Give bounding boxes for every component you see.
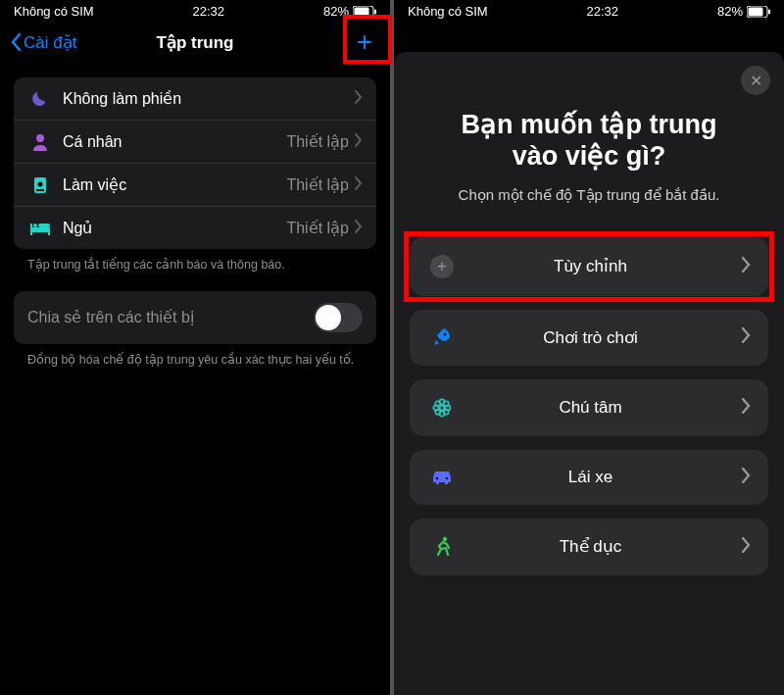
share-label: Chia sẻ trên các thiết bị — [27, 308, 314, 326]
chevron-right-icon — [355, 220, 363, 237]
svg-point-27 — [446, 476, 449, 479]
chevron-right-icon — [355, 176, 363, 194]
close-icon: ✕ — [750, 72, 762, 90]
toggle-knob — [316, 305, 341, 330]
mode-label: Cá nhân — [53, 133, 286, 151]
svg-point-22 — [435, 401, 440, 406]
sheet-heading: Bạn muốn tập trung vào việc gì? — [410, 109, 768, 173]
plus-icon: + — [357, 26, 372, 57]
settings-focus-screen: Không có SIM 22:32 82% Cài đặt Tập trung… — [0, 0, 390, 695]
status-time: 22:32 — [193, 4, 225, 19]
heading-line2: vào việc gì? — [513, 141, 666, 171]
share-across-devices-row[interactable]: Chia sẻ trên các thiết bị — [14, 291, 376, 344]
svg-point-11 — [33, 223, 37, 227]
chevron-right-icon — [742, 327, 751, 347]
option-label: Thể dục — [457, 536, 742, 557]
option-label: Chú tâm — [457, 398, 742, 418]
status-carrier: Không có SIM — [408, 4, 488, 19]
share-toggle[interactable] — [314, 303, 363, 332]
battery-icon — [747, 6, 770, 18]
page-title: Tập trung — [157, 32, 234, 53]
svg-point-25 — [444, 409, 449, 414]
option-mindfulness[interactable]: Chú tâm — [410, 379, 768, 436]
status-bar: Không có SIM 22:32 82% — [394, 0, 784, 21]
modes-footer-text: Tập trung tắt tiếng các cảnh báo và thôn… — [14, 249, 376, 291]
svg-rect-15 — [768, 9, 770, 14]
chevron-right-icon — [742, 537, 751, 557]
status-battery-text: 82% — [323, 4, 349, 19]
chevron-right-icon — [355, 133, 363, 151]
option-driving[interactable]: Lái xe — [410, 450, 768, 505]
mode-label: Làm việc — [53, 175, 286, 194]
svg-point-17 — [440, 405, 445, 410]
mode-dnd[interactable]: Không làm phiền — [14, 77, 376, 121]
mode-personal[interactable]: Cá nhân Thiết lập — [14, 121, 376, 164]
car-icon — [427, 470, 457, 485]
runner-icon — [427, 536, 457, 558]
option-label: Lái xe — [457, 468, 742, 487]
option-fitness[interactable]: Thể dục — [410, 519, 768, 575]
mode-detail: Thiết lập — [286, 132, 355, 151]
status-carrier: Không có SIM — [14, 4, 94, 19]
option-label: Tùy chỉnh — [457, 256, 742, 276]
focus-options-list: + Tùy chỉnh Chơi trò chơi — [410, 237, 768, 575]
status-bar: Không có SIM 22:32 82% — [0, 0, 390, 21]
svg-rect-7 — [30, 227, 50, 232]
nav-bar: Cài đặt Tập trung + — [0, 21, 390, 66]
mode-label: Ngủ — [53, 219, 286, 237]
svg-rect-14 — [748, 7, 762, 16]
svg-point-5 — [38, 181, 43, 186]
mode-work[interactable]: Làm việc Thiết lập — [14, 164, 376, 207]
rocket-icon — [427, 327, 457, 347]
status-time: 22:32 — [587, 4, 619, 19]
plus-circle-icon: + — [427, 255, 457, 278]
svg-rect-9 — [48, 232, 50, 235]
chevron-right-icon — [742, 257, 751, 276]
svg-point-26 — [436, 476, 439, 479]
svg-rect-8 — [30, 232, 32, 235]
svg-rect-10 — [30, 223, 32, 227]
heading-line1: Bạn muốn tập trung — [462, 110, 717, 139]
person-icon — [27, 133, 53, 151]
mode-sleep[interactable]: Ngủ Thiết lập — [14, 207, 376, 249]
svg-rect-2 — [374, 9, 376, 14]
badge-icon — [27, 176, 53, 194]
svg-rect-1 — [354, 7, 368, 16]
chevron-left-icon — [10, 32, 22, 52]
add-focus-button[interactable]: + — [349, 28, 380, 56]
battery-icon — [353, 6, 376, 18]
sheet-subtitle: Chọn một chế độ Tập trung để bắt đầu. — [410, 186, 768, 204]
chevron-right-icon — [355, 90, 363, 108]
svg-rect-12 — [38, 223, 50, 227]
svg-rect-6 — [36, 189, 44, 191]
focus-modes-list: Không làm phiền Cá nhân Thiết lập — [14, 77, 376, 249]
moon-icon — [27, 90, 53, 108]
svg-point-16 — [444, 333, 447, 336]
new-focus-modal-screen: Không có SIM 22:32 82% ✕ Bạn muốn tập tr… — [394, 0, 784, 695]
mode-detail: Thiết lập — [286, 175, 355, 194]
mode-detail: Thiết lập — [286, 219, 355, 237]
flower-icon — [427, 397, 457, 419]
svg-point-28 — [443, 537, 447, 541]
option-label: Chơi trò chơi — [457, 327, 742, 348]
option-custom[interactable]: + Tùy chỉnh — [410, 237, 768, 296]
svg-point-23 — [444, 401, 449, 406]
close-button[interactable]: ✕ — [741, 66, 770, 95]
share-footer-text: Đồng bộ hóa chế độ tập trung yêu cầu xác… — [14, 344, 376, 386]
back-button[interactable]: Cài đặt — [10, 32, 76, 53]
option-gaming[interactable]: Chơi trò chơi — [410, 310, 768, 366]
mode-label: Không làm phiền — [53, 89, 349, 108]
chevron-right-icon — [742, 398, 751, 418]
svg-point-24 — [435, 409, 440, 414]
back-label: Cài đặt — [24, 32, 76, 53]
focus-picker-sheet: ✕ Bạn muốn tập trung vào việc gì? Chọn m… — [394, 52, 784, 695]
status-battery-text: 82% — [717, 4, 743, 19]
bed-icon — [27, 222, 53, 235]
chevron-right-icon — [742, 468, 751, 487]
svg-point-3 — [36, 134, 44, 142]
